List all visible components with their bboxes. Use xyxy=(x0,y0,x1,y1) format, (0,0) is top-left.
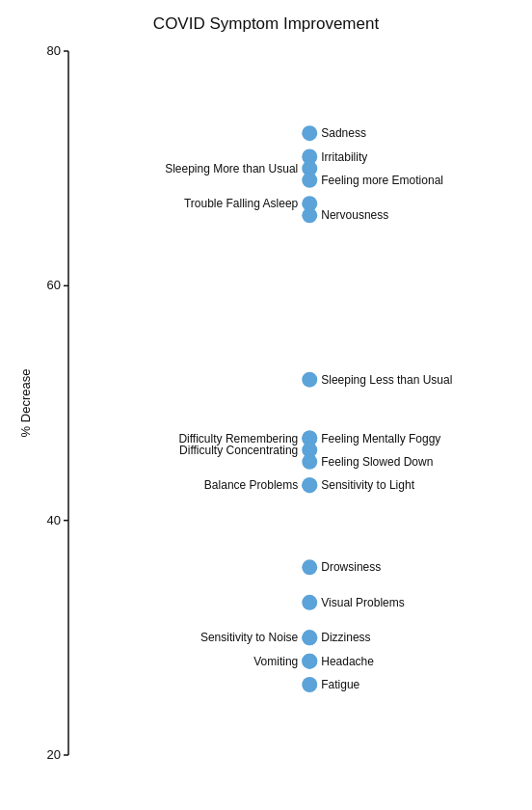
symptom-label: Vomiting xyxy=(253,655,298,668)
symptom-dot xyxy=(302,677,317,692)
symptom-dot xyxy=(302,454,317,470)
symptom-dot xyxy=(302,630,317,645)
symptom-dot xyxy=(302,125,317,141)
svg-text:80: 80 xyxy=(47,43,61,58)
symptom-dot xyxy=(302,372,317,388)
svg-text:40: 40 xyxy=(47,513,61,527)
symptom-label: Feeling Slowed Down xyxy=(321,455,433,469)
symptom-label: Dizziness xyxy=(321,631,370,644)
symptom-label: Fatigue xyxy=(321,678,359,691)
symptom-dot xyxy=(302,654,317,669)
chart-title: COVID Symptom Improvement xyxy=(15,14,517,34)
symptom-label: Drowsiness xyxy=(321,560,381,574)
symptom-label: Sleeping Less than Usual xyxy=(321,373,452,387)
svg-text:20: 20 xyxy=(47,747,61,762)
symptom-label: Trouble Falling Asleep xyxy=(184,197,299,210)
symptom-dot xyxy=(302,595,317,610)
symptom-label: Headache xyxy=(321,655,374,668)
svg-text:60: 60 xyxy=(47,278,61,292)
symptom-label: Visual Problems xyxy=(321,596,404,609)
symptom-label: Sadness xyxy=(321,126,366,140)
symptom-dot xyxy=(302,477,317,493)
svg-text:% Decrease: % Decrease xyxy=(18,369,33,438)
symptom-label: Feeling more Emotional xyxy=(321,174,443,187)
chart-svg: 20406080% DecreaseSadnessIrritabilitySle… xyxy=(15,41,517,784)
symptom-dot xyxy=(302,173,317,188)
symptom-label: Balance Problems xyxy=(204,478,298,492)
symptom-label: Sensitivity to Light xyxy=(321,478,414,492)
chart-area: 20406080% DecreaseSadnessIrritabilitySle… xyxy=(15,41,517,784)
symptom-label: Difficulty Concentrating xyxy=(179,444,298,457)
chart-container: COVID Symptom Improvement 20406080% Decr… xyxy=(15,14,517,796)
symptom-label: Sensitivity to Noise xyxy=(200,631,299,644)
symptom-dot xyxy=(302,559,317,575)
symptom-label: Nervousness xyxy=(321,208,388,222)
symptom-dot xyxy=(302,207,317,223)
symptom-label: Feeling Mentally Foggy xyxy=(321,432,440,446)
symptom-label: Irritability xyxy=(321,150,367,164)
symptom-label: Sleeping More than Usual xyxy=(165,162,298,176)
